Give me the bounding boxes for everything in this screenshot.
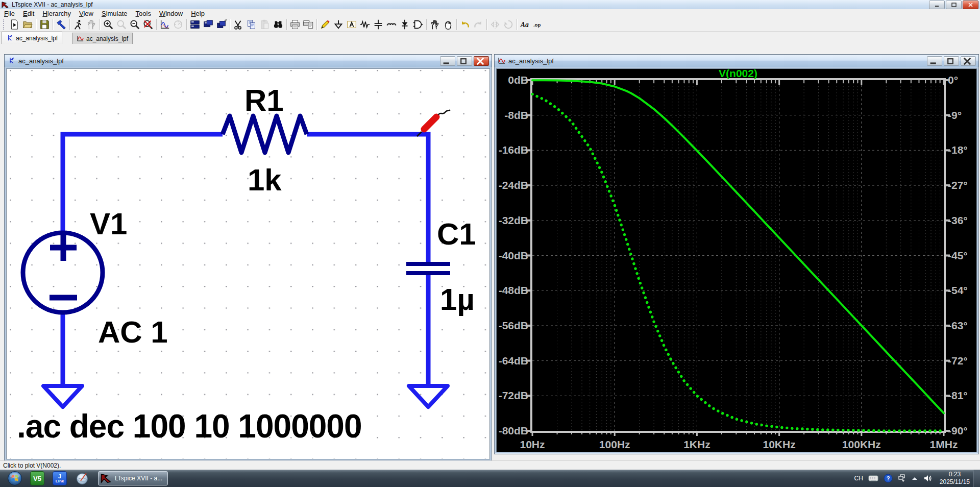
cascade-button[interactable] bbox=[215, 18, 228, 31]
wire-icon bbox=[320, 19, 331, 30]
sphere-launcher[interactable] bbox=[75, 471, 90, 486]
menu-help[interactable]: Help bbox=[187, 10, 209, 17]
menu-view[interactable]: View bbox=[75, 10, 97, 17]
move-icon bbox=[429, 19, 440, 30]
save-button[interactable] bbox=[38, 18, 51, 31]
schematic-close-button[interactable] bbox=[474, 56, 489, 66]
jlink-launcher[interactable]: J Link bbox=[52, 471, 67, 486]
inductor-button[interactable] bbox=[385, 18, 398, 31]
plot-minimize-button[interactable] bbox=[927, 56, 942, 66]
plot-restore-button[interactable] bbox=[944, 56, 959, 66]
resistor-value-label[interactable]: 1k bbox=[248, 163, 282, 197]
window-tray-icon[interactable] bbox=[898, 474, 906, 482]
y-right-tick-label: -81° bbox=[948, 389, 968, 401]
y-left-tick-label: -48dB bbox=[499, 284, 528, 296]
sphere-icon bbox=[76, 472, 89, 485]
capacitor-value-label[interactable]: 1µ bbox=[440, 282, 475, 316]
copy-button[interactable] bbox=[245, 18, 258, 31]
plot-window-titlebar[interactable]: ac_analysis_lpf bbox=[495, 55, 978, 67]
status-bar: Click to plot V(N002). bbox=[0, 460, 980, 470]
show-hidden-icons[interactable] bbox=[911, 476, 918, 481]
y-right-tick-label: -9° bbox=[948, 109, 962, 121]
clock[interactable]: 0:23 2025/11/15 bbox=[940, 471, 970, 486]
new-schematic-button[interactable] bbox=[8, 18, 21, 31]
schematic-canvas[interactable]: R1 1k C1 1µ V1 AC 1 .ac dec 100 10 10000… bbox=[6, 68, 490, 459]
undo-button[interactable] bbox=[458, 18, 472, 31]
tab-ac_analysis_lpf-2[interactable]: ac_analysis_lpf bbox=[72, 33, 133, 44]
print-button[interactable] bbox=[288, 18, 302, 31]
tile-horizontal-button[interactable] bbox=[188, 18, 202, 31]
resistor-ref-label[interactable]: R1 bbox=[244, 83, 284, 117]
close-button[interactable] bbox=[963, 1, 978, 9]
keyboard-icon[interactable] bbox=[868, 475, 878, 482]
plot-canvas[interactable]: 0dB-8dB-16dB-24dB-32dB-40dB-48dB-56dB-64… bbox=[496, 68, 977, 452]
tab-bar: ac_analysis_lpfac_analysis_lpf bbox=[0, 32, 980, 44]
cut-button[interactable] bbox=[232, 18, 245, 31]
component-button[interactable] bbox=[411, 18, 425, 31]
toolbar-separator bbox=[486, 19, 487, 30]
menu-window[interactable]: Window bbox=[155, 10, 187, 17]
spice-directive-button[interactable]: .op bbox=[532, 18, 545, 31]
run-button[interactable] bbox=[71, 18, 85, 31]
menu-edit[interactable]: Edit bbox=[19, 10, 38, 17]
spice-directive-text[interactable]: .ac dec 100 10 1000000 bbox=[17, 408, 362, 445]
autorange-y-button[interactable] bbox=[158, 18, 172, 31]
mirror-icon bbox=[489, 19, 501, 30]
start-button[interactable] bbox=[7, 471, 22, 486]
zoom-out-button[interactable] bbox=[128, 18, 141, 31]
source-value-label[interactable]: AC 1 bbox=[98, 315, 168, 349]
volume-icon[interactable] bbox=[923, 474, 933, 482]
waveform-icon bbox=[498, 57, 506, 65]
menu-tools[interactable]: Tools bbox=[132, 10, 155, 17]
schematic-restore-button[interactable] bbox=[457, 56, 472, 66]
tile-horizontal-icon bbox=[189, 19, 201, 30]
zoom-full-extents-icon bbox=[142, 19, 154, 30]
status-text: Click to plot V(N002). bbox=[3, 462, 61, 469]
ground-button[interactable] bbox=[332, 18, 345, 31]
control-panel-button[interactable] bbox=[55, 18, 68, 31]
schematic-minimize-button[interactable] bbox=[440, 56, 455, 66]
magnitude-trace[interactable] bbox=[532, 80, 944, 413]
wire-button[interactable] bbox=[318, 18, 332, 31]
print-preview-button[interactable] bbox=[302, 18, 315, 31]
label-net-button[interactable] bbox=[345, 18, 358, 31]
minimize-button[interactable] bbox=[929, 1, 945, 9]
diode-button[interactable] bbox=[398, 18, 411, 31]
source-ref-label[interactable]: V1 bbox=[90, 207, 127, 241]
plot-settings-button bbox=[172, 18, 185, 31]
show-desktop-button[interactable] bbox=[973, 470, 980, 487]
control-panel-icon bbox=[56, 19, 67, 30]
y-right-tick-label: -54° bbox=[948, 284, 968, 296]
menu-simulate[interactable]: Simulate bbox=[97, 10, 132, 17]
zoom-full-extents-button[interactable] bbox=[141, 18, 155, 31]
label-net-icon bbox=[346, 19, 357, 30]
tile-vertical-button[interactable] bbox=[202, 18, 215, 31]
zoom-in-button[interactable] bbox=[102, 18, 115, 31]
capacitor-button[interactable] bbox=[372, 18, 385, 31]
menu-hierarchy[interactable]: Hierarchy bbox=[38, 10, 75, 17]
menu-file[interactable]: File bbox=[0, 10, 19, 17]
plot-close-button[interactable] bbox=[961, 56, 976, 66]
capacitor-ref-label[interactable]: C1 bbox=[437, 217, 476, 251]
help-tray-icon[interactable]: ? bbox=[884, 474, 893, 483]
cut-icon bbox=[233, 19, 244, 30]
open-button[interactable] bbox=[21, 18, 34, 31]
move-button[interactable] bbox=[428, 18, 442, 31]
find-button[interactable] bbox=[272, 18, 285, 31]
plot-window-title: ac_analysis_lpf bbox=[508, 57, 554, 65]
x-axis-tick-label: 10Hz bbox=[520, 439, 545, 450]
resistor-button[interactable] bbox=[358, 18, 372, 31]
text-button[interactable]: Aa bbox=[519, 18, 532, 31]
uvision-launcher[interactable]: V5 bbox=[30, 471, 45, 486]
language-indicator[interactable]: CH bbox=[854, 475, 863, 482]
y-right-tick-label: -18° bbox=[948, 144, 968, 156]
maximize-button[interactable] bbox=[946, 1, 962, 9]
y-right-tick-label: -90° bbox=[948, 425, 968, 436]
taskbar-app-button[interactable]: LTspice XVII - a... bbox=[98, 471, 168, 485]
schematic-window-titlebar[interactable]: ac_analysis_lpf bbox=[5, 55, 492, 67]
mdi-area: ac_analysis_lpf bbox=[0, 44, 980, 460]
tab-ac_analysis_lpf-1[interactable]: ac_analysis_lpf bbox=[2, 32, 62, 44]
phase-trace[interactable] bbox=[532, 94, 944, 431]
drag-button[interactable] bbox=[442, 18, 455, 31]
toolbar-separator bbox=[53, 19, 53, 30]
